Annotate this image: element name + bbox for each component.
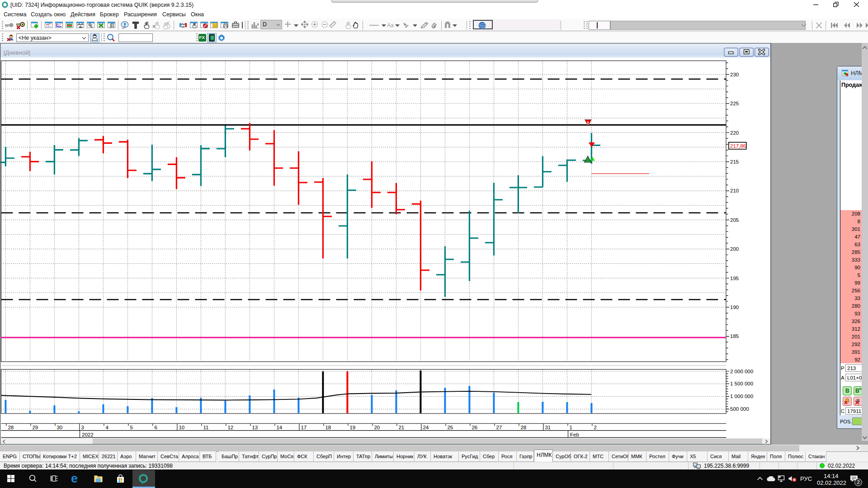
svg-text:2 000 000: 2 000 000 — [730, 369, 753, 374]
svg-text:10: 10 — [179, 425, 184, 430]
svg-text:210: 210 — [730, 188, 739, 193]
svg-text:11: 11 — [203, 425, 208, 430]
svg-text:5: 5 — [130, 425, 132, 430]
svg-text:190: 190 — [730, 305, 739, 310]
svg-text:2: 2 — [587, 120, 589, 125]
svg-text:24: 24 — [423, 425, 429, 430]
svg-text:215: 215 — [730, 159, 739, 164]
svg-text:220: 220 — [730, 130, 739, 136]
svg-text:195: 195 — [730, 276, 739, 281]
svg-text:14: 14 — [276, 425, 282, 430]
svg-text:3: 3 — [81, 425, 84, 430]
svg-text:Feb: Feb — [570, 432, 579, 437]
svg-text:185: 185 — [730, 333, 739, 339]
svg-text:19: 19 — [349, 425, 355, 430]
svg-text:12: 12 — [227, 425, 233, 430]
svg-text:27: 27 — [496, 425, 502, 430]
svg-text:4: 4 — [105, 425, 108, 430]
svg-text:225: 225 — [730, 101, 739, 106]
svg-text:28: 28 — [8, 425, 14, 430]
svg-text:1: 1 — [569, 425, 572, 430]
svg-text:6: 6 — [154, 425, 157, 430]
svg-text:25: 25 — [447, 425, 453, 430]
svg-text:20: 20 — [374, 425, 380, 430]
svg-text:26: 26 — [472, 425, 477, 430]
svg-text:17: 17 — [301, 425, 307, 430]
svg-text:500 000: 500 000 — [730, 406, 749, 412]
svg-text:1 500 000: 1 500 000 — [730, 381, 753, 386]
svg-text:1 000 000: 1 000 000 — [730, 394, 753, 399]
svg-text:30: 30 — [57, 425, 62, 430]
svg-text:21: 21 — [398, 425, 404, 430]
svg-text:29: 29 — [32, 425, 38, 430]
svg-text:2022: 2022 — [82, 432, 94, 437]
svg-text:2: 2 — [594, 425, 596, 430]
svg-text:28: 28 — [520, 425, 526, 430]
svg-text:205: 205 — [730, 217, 739, 223]
svg-text:[Дневной]: [Дневной] — [4, 49, 30, 56]
svg-text:217,86: 217,86 — [730, 143, 746, 149]
svg-text:13: 13 — [252, 425, 258, 430]
svg-text:230: 230 — [730, 72, 739, 77]
svg-text:200: 200 — [730, 246, 739, 252]
svg-text:18: 18 — [325, 425, 331, 430]
svg-text:31: 31 — [545, 425, 551, 430]
